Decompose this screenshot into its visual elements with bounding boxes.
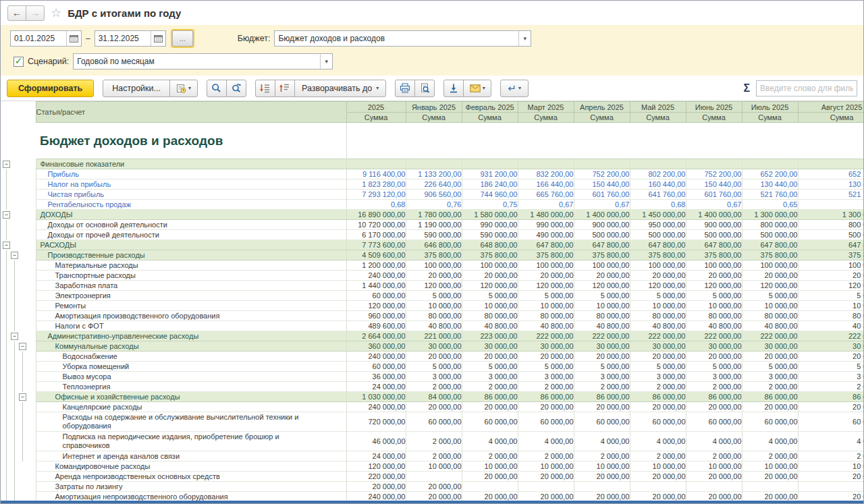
amount-cell[interactable]: 10 000,00: [574, 301, 630, 311]
back-button[interactable]: ←: [7, 5, 26, 21]
amount-cell[interactable]: 20 000,00: [462, 402, 518, 412]
row-label-cell[interactable]: Рентабельность продаж: [36, 200, 346, 210]
amount-cell[interactable]: 222 000,00: [742, 331, 798, 341]
amount-cell[interactable]: 60 000,00: [406, 412, 462, 432]
amount-cell[interactable]: 10 000,00: [518, 301, 574, 311]
amount-subheader[interactable]: Сумма: [574, 113, 630, 123]
row-label-cell[interactable]: Офисные и хозяйственные расходы: [36, 392, 346, 402]
amount-cell[interactable]: 10 000,00: [462, 461, 518, 472]
amount-cell[interactable]: 240 000,00: [346, 271, 406, 281]
amount-cell[interactable]: 489 600,00: [346, 321, 406, 331]
amount-cell[interactable]: 60 000,00: [574, 412, 630, 432]
amount-cell[interactable]: 20 000,00: [630, 402, 686, 412]
amount-cell[interactable]: 16 890 000,00: [346, 210, 406, 220]
amount-cell[interactable]: 4 000,00: [630, 432, 686, 451]
amount-cell[interactable]: 647 800,00: [518, 240, 574, 250]
amount-cell[interactable]: 375 800,00: [518, 250, 574, 260]
collapse-expander-icon[interactable]: −: [19, 343, 26, 350]
favorite-star-icon[interactable]: ☆: [51, 7, 61, 19]
report-variants-button[interactable]: ▾: [169, 80, 198, 97]
amount-cell[interactable]: 20 000,00: [462, 271, 518, 281]
save-button[interactable]: [443, 80, 464, 97]
amount-cell[interactable]: 222 000,00: [518, 331, 574, 341]
amount-cell[interactable]: 120 000,00: [630, 281, 686, 291]
amount-cell[interactable]: 0,68: [346, 200, 406, 210]
amount-cell[interactable]: 60 000,00: [462, 412, 518, 432]
amount-cell[interactable]: 60 000,00: [630, 412, 686, 432]
amount-cell[interactable]: 20 000,00: [686, 402, 742, 412]
amount-cell[interactable]: 40 800,00: [574, 321, 630, 331]
row-label-cell[interactable]: РАСХОДЫ: [36, 240, 346, 250]
amount-cell[interactable]: 3 000,00: [686, 372, 742, 382]
amount-cell[interactable]: 20 000,00: [686, 352, 742, 362]
amount-cell[interactable]: 832 200,00: [518, 169, 574, 179]
amount-cell[interactable]: 1 400 000,00: [686, 210, 742, 220]
amount-cell[interactable]: [518, 159, 574, 169]
amount-cell[interactable]: 1 030 000,00: [346, 392, 406, 402]
amount-cell[interactable]: 40 800,00: [798, 321, 863, 331]
amount-cell[interactable]: 375 800,00: [574, 250, 630, 260]
amount-cell[interactable]: 2 000,00: [798, 382, 863, 392]
amount-cell[interactable]: 2 000,00: [742, 451, 798, 461]
amount-cell[interactable]: [742, 482, 798, 492]
amount-cell[interactable]: 20 000,00: [742, 402, 798, 412]
amount-cell[interactable]: 960 000,00: [346, 311, 406, 321]
amount-cell[interactable]: 120 000,00: [798, 281, 863, 291]
budget-dropdown-button[interactable]: ▾: [518, 31, 531, 46]
amount-cell[interactable]: 647 800,00: [630, 240, 686, 250]
amount-cell[interactable]: 20 000,00: [406, 271, 462, 281]
amount-cell[interactable]: 24 000,00: [346, 382, 406, 392]
amount-cell[interactable]: 30 000,00: [742, 341, 798, 352]
amount-cell[interactable]: 100 000,00: [742, 260, 798, 271]
amount-cell[interactable]: 1 200 000,00: [346, 260, 406, 271]
amount-cell[interactable]: 931 200,00: [462, 169, 518, 179]
amount-cell[interactable]: 86 000,00: [742, 392, 798, 402]
amount-cell[interactable]: 60 000,00: [346, 291, 406, 301]
amount-cell[interactable]: 601 760,00: [686, 190, 742, 200]
amount-cell[interactable]: 30 000,00: [686, 341, 742, 352]
amount-cell[interactable]: 60 000,00: [798, 412, 863, 432]
amount-cell[interactable]: 375 800,00: [630, 250, 686, 260]
collapse-expander-icon[interactable]: −: [19, 393, 26, 401]
amount-cell[interactable]: 5 000,00: [742, 362, 798, 372]
amount-cell[interactable]: 521 760,00: [742, 190, 798, 200]
amount-cell[interactable]: 500 000,00: [686, 230, 742, 240]
amount-cell[interactable]: 20 000,00: [742, 472, 798, 482]
expand-to-button[interactable]: Разворачивать до ▾: [294, 80, 386, 97]
amount-cell[interactable]: 641 760,00: [630, 190, 686, 200]
amount-cell[interactable]: 10 000,00: [630, 461, 686, 472]
amount-cell[interactable]: 375 800,00: [406, 250, 462, 260]
row-label-cell[interactable]: Уборка помещений: [36, 362, 346, 372]
amount-cell[interactable]: 120 000,00: [346, 461, 406, 472]
amount-subheader[interactable]: Сумма: [630, 113, 686, 123]
amount-cell[interactable]: 3 000,00: [518, 372, 574, 382]
amount-cell[interactable]: 60 000,00: [686, 412, 742, 432]
amount-cell[interactable]: 222 000,00: [686, 331, 742, 341]
amount-cell[interactable]: 500 000,00: [798, 230, 863, 240]
amount-cell[interactable]: 220 000,00: [346, 472, 406, 482]
generate-button[interactable]: Сформировать: [7, 80, 94, 97]
amount-cell[interactable]: [630, 482, 686, 492]
amount-cell[interactable]: 100 000,00: [406, 260, 462, 271]
amount-cell[interactable]: 5 000,00: [686, 362, 742, 372]
row-label-cell[interactable]: Транспортные расходы: [36, 271, 346, 281]
amount-cell[interactable]: 24 000,00: [346, 451, 406, 461]
amount-cell[interactable]: 100 000,00: [630, 260, 686, 271]
column-header[interactable]: Май 2025: [630, 102, 686, 113]
amount-cell[interactable]: 0,65: [798, 200, 863, 210]
amount-cell[interactable]: 86 000,00: [462, 392, 518, 402]
amount-cell[interactable]: 100 000,00: [518, 260, 574, 271]
amount-cell[interactable]: 221 000,00: [406, 331, 462, 341]
amount-cell[interactable]: 130 440,00: [742, 179, 798, 190]
amount-cell[interactable]: 5 000,00: [630, 291, 686, 301]
scenario-input[interactable]: [74, 54, 320, 69]
expand-rows-button[interactable]: [255, 80, 275, 97]
amount-cell[interactable]: [798, 482, 863, 492]
amount-cell[interactable]: 5 000,00: [518, 362, 574, 372]
amount-cell[interactable]: 3 000,00: [462, 372, 518, 382]
amount-cell[interactable]: 84 000,00: [406, 392, 462, 402]
amount-cell[interactable]: 1 450 000,00: [630, 210, 686, 220]
amount-cell[interactable]: 80 000,00: [518, 311, 574, 321]
amount-cell[interactable]: 166 440,00: [518, 179, 574, 190]
amount-cell[interactable]: 30 000,00: [798, 341, 863, 352]
